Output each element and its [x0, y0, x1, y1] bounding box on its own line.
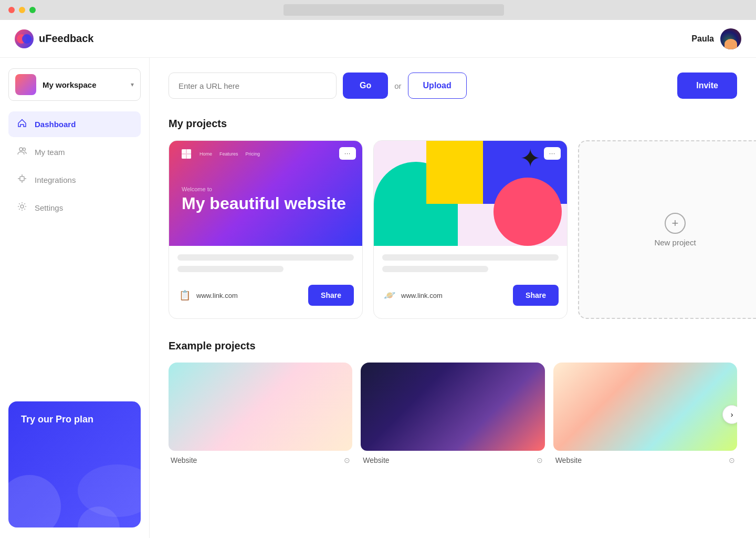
example-thumb-1: [169, 363, 352, 451]
sidebar-item-settings[interactable]: Settings: [8, 195, 141, 221]
project-link-area-2: 🪐 www.link.com: [382, 288, 443, 303]
example-icon-2: ⊙: [537, 456, 543, 464]
thumb-nav: Home Features Pricing: [182, 149, 350, 159]
team-icon: [16, 146, 28, 159]
project-thumb-website: Home Features Pricing ··· Welcome to My …: [169, 141, 362, 246]
app-container: uFeedback Paula My workspace ▾: [0, 20, 756, 538]
url-bar-area: Go or Upload Invite: [169, 73, 737, 99]
example-grid: Website ⊙ Website ⊙: [169, 363, 737, 467]
os-minimize-dot[interactable]: [19, 7, 25, 13]
top-nav: uFeedback Paula: [0, 20, 756, 58]
skeleton-bar: [177, 266, 284, 272]
thumb-logo: [182, 149, 191, 159]
example-thumb-3: [553, 363, 737, 451]
nav-items: Dashboard My team: [8, 111, 141, 221]
example-thumb-2: [361, 363, 544, 451]
example-icon-3: ⊙: [729, 456, 735, 464]
thumb-nav-home: Home: [200, 151, 212, 157]
project-favicon-1: 📋: [177, 288, 192, 303]
project-thumbnail-1: Home Features Pricing ··· Welcome to My …: [169, 141, 362, 246]
skeleton-bar: [177, 254, 354, 261]
shape-pink: [494, 178, 562, 246]
svg-rect-4: [20, 177, 24, 181]
thumb-nav-links: Home Features Pricing: [200, 151, 260, 157]
settings-icon: [16, 201, 28, 214]
main-layout: My workspace ▾ Dashboard: [0, 58, 756, 538]
logo-area: uFeedback: [15, 29, 93, 48]
settings-label: Settings: [35, 203, 63, 212]
main-content: Go or Upload Invite My projects: [150, 58, 756, 538]
thumb-nav-features: Features: [219, 151, 238, 157]
pro-plan-deco1: [8, 475, 61, 527]
chevron-down-icon: ▾: [131, 81, 134, 88]
project-footer-1: 📋 www.link.com Share: [169, 277, 362, 314]
sidebar: My workspace ▾ Dashboard: [0, 58, 150, 538]
example-projects-title: Example projects: [169, 340, 737, 352]
sidebar-item-dashboard[interactable]: Dashboard: [8, 111, 141, 137]
new-project-plus-icon: +: [665, 213, 686, 234]
project-more-btn-1[interactable]: ···: [339, 147, 356, 160]
os-chrome-bar: [0, 0, 756, 20]
user-name: Paula: [691, 34, 714, 44]
thumb-nav-pricing: Pricing: [246, 151, 260, 157]
svg-point-2: [19, 148, 23, 151]
nav-right: Paula: [691, 28, 741, 49]
project-url-1: www.link.com: [196, 292, 238, 299]
project-card-1: Home Features Pricing ··· Welcome to My …: [169, 140, 363, 319]
os-address-bar: [284, 4, 504, 16]
pro-plan-card[interactable]: Try our Pro plan: [8, 401, 141, 527]
share-button-1[interactable]: Share: [308, 285, 354, 306]
thumb-title: My beautiful website: [182, 194, 346, 213]
example-label-2: Website ⊙: [361, 451, 544, 467]
sidebar-footer: Try our Pro plan: [8, 401, 141, 527]
thumb-welcome: Welcome to: [182, 186, 212, 192]
dashboard-label: Dashboard: [35, 120, 76, 129]
project-skeleton-1: [169, 246, 362, 272]
svg-point-1: [22, 34, 32, 44]
example-label-3: Website ⊙: [553, 451, 737, 467]
os-close-dot[interactable]: [8, 7, 15, 13]
os-maximize-dot[interactable]: [29, 7, 36, 13]
project-skeleton-2: [374, 246, 567, 272]
sidebar-item-my-team[interactable]: My team: [8, 139, 141, 165]
example-icon-1: ⊙: [344, 456, 350, 464]
new-project-card[interactable]: + New project: [578, 140, 756, 319]
sidebar-item-integrations[interactable]: Integrations: [8, 167, 141, 193]
projects-grid: Home Features Pricing ··· Welcome to My …: [169, 140, 737, 319]
svg-point-3: [23, 148, 26, 151]
project-favicon-2: 🪐: [382, 288, 397, 303]
share-button-2[interactable]: Share: [513, 285, 559, 306]
project-footer-2: 🪐 www.link.com Share: [374, 277, 567, 314]
integrations-label: Integrations: [35, 175, 76, 184]
my-projects-section: My projects Home: [169, 118, 737, 319]
new-project-label: New project: [654, 238, 696, 247]
project-thumb-shapes: ··· ✦: [374, 141, 567, 246]
pro-plan-label: Try our Pro plan: [21, 414, 93, 425]
invite-button[interactable]: Invite: [677, 73, 737, 99]
example-projects-section: Example projects Website ⊙ Website: [169, 340, 737, 467]
project-card-2: ··· ✦: [373, 140, 568, 319]
example-label-1: Website ⊙: [169, 451, 352, 467]
skeleton-bar: [382, 266, 488, 272]
home-icon: [16, 118, 28, 131]
workspace-selector[interactable]: My workspace ▾: [8, 68, 141, 101]
upload-button[interactable]: Upload: [408, 73, 467, 99]
example-card-1: Website ⊙: [169, 363, 352, 467]
svg-point-5: [20, 205, 24, 208]
project-more-btn-2[interactable]: ···: [544, 147, 561, 160]
skeleton-bar: [382, 254, 559, 261]
url-input[interactable]: [169, 73, 337, 99]
logo-text: uFeedback: [39, 33, 93, 45]
my-projects-title: My projects: [169, 118, 737, 130]
workspace-icon: [15, 74, 36, 95]
workspace-label: My workspace: [43, 80, 124, 89]
example-next-button[interactable]: ›: [722, 405, 737, 424]
project-thumbnail-2: ··· ✦: [374, 141, 567, 246]
or-text: or: [394, 81, 401, 90]
integrations-icon: [16, 173, 28, 187]
project-link-area-1: 📋 www.link.com: [177, 288, 238, 303]
example-card-3: Website ⊙ ›: [553, 363, 737, 467]
user-avatar[interactable]: [720, 28, 741, 49]
go-button[interactable]: Go: [343, 73, 388, 99]
project-url-2: www.link.com: [401, 292, 443, 299]
